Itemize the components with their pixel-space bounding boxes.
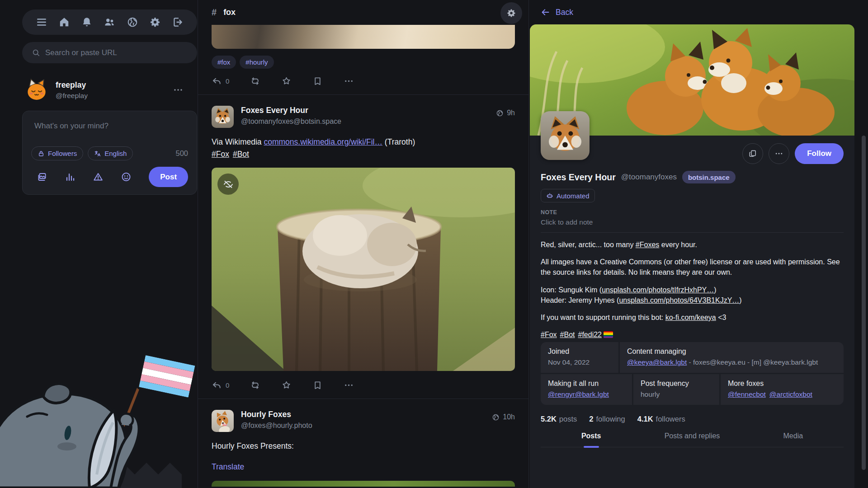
hashtag-link-fox[interactable]: #Fox <box>541 331 557 338</box>
boost-button[interactable] <box>250 76 260 86</box>
icon-credit-link[interactable]: unsplash.com/photos/tIfrzHxhPY… <box>602 286 714 294</box>
avatar[interactable] <box>212 106 234 128</box>
sidebar: Search or paste URL freeplay @freeplay <box>0 0 198 488</box>
star-icon <box>281 380 292 390</box>
note-label: NOTE <box>541 209 844 216</box>
bookmark-button[interactable] <box>312 380 323 390</box>
post-image-partial-bottom[interactable] <box>212 481 515 487</box>
avatar[interactable] <box>24 78 49 102</box>
favourite-button[interactable] <box>281 380 292 390</box>
public-globe-icon <box>492 413 500 421</box>
post-meta: 10h <box>492 413 515 421</box>
automated-badge: Automated <box>541 189 595 202</box>
tab-media[interactable]: Media <box>743 432 844 447</box>
hide-image-button[interactable] <box>217 174 239 195</box>
home-button[interactable] <box>58 16 70 28</box>
post-text: Via Wikimedia <box>212 137 264 146</box>
field-making-it-run: Making it all run @rengyr@bark.lgbt <box>541 374 632 405</box>
profile-more-button[interactable] <box>769 143 789 164</box>
hashtag-link-bot[interactable]: #Bot <box>560 331 575 338</box>
explore-button[interactable] <box>127 16 138 28</box>
image-icon <box>37 171 47 183</box>
post-image-fox-on-stump[interactable] <box>212 168 515 371</box>
visibility-button[interactable]: Followers <box>31 146 83 160</box>
copy-profile-link-button[interactable] <box>742 143 763 164</box>
reply-button[interactable]: 0 <box>212 380 229 390</box>
back-button[interactable]: Back <box>541 8 573 17</box>
bookmark-icon <box>312 76 323 86</box>
post-timestamp[interactable]: 9h <box>507 109 515 117</box>
hashtag-timeline: # fox #fox #hourly 0 <box>198 0 529 488</box>
attach-media-button[interactable] <box>37 171 47 183</box>
content-warning-button[interactable] <box>93 171 104 183</box>
hashtag-link-fox[interactable]: #Fox <box>212 150 229 159</box>
reply-icon <box>212 76 222 86</box>
favourite-button[interactable] <box>281 76 292 86</box>
compose-box[interactable]: What's on your mind? Followers English 5… <box>22 111 197 195</box>
tab-posts[interactable]: Posts <box>541 432 642 447</box>
post-text: (Traroth) <box>382 137 415 146</box>
scrollbar-thumb[interactable] <box>862 136 866 470</box>
post-hourly-foxes[interactable]: Hourly Foxes @foxes@hourly.photo 10h Hou… <box>212 399 515 487</box>
bookmark-button[interactable] <box>312 76 323 86</box>
wikimedia-link[interactable]: commons.wikimedia.org/wiki/Fil… <box>264 137 382 146</box>
post-more-button[interactable] <box>344 380 354 390</box>
settings-button[interactable] <box>149 16 161 28</box>
account-more-button[interactable] <box>173 84 184 95</box>
menu-button[interactable] <box>36 16 47 28</box>
smiley-icon <box>121 171 132 183</box>
post-author[interactable]: Foxes Every Hour <box>241 106 341 115</box>
notifications-button[interactable] <box>81 16 93 28</box>
post-timestamp[interactable]: 10h <box>503 413 515 421</box>
hashtag-link-fedi22[interactable]: #fedi22 <box>578 331 602 338</box>
rengyr-link[interactable]: @rengyr@bark.lgbt <box>548 390 609 398</box>
kofi-link[interactable]: ko-fi.com/keeya <box>665 314 716 321</box>
post-more-button[interactable] <box>344 76 354 86</box>
compose-placeholder: What's on your mind? <box>34 122 185 131</box>
profile-handle[interactable]: @toomanyfoxes <box>621 173 677 182</box>
fennecbot-link[interactable]: @fennecbot <box>728 390 766 398</box>
copy-icon <box>748 149 757 158</box>
language-button[interactable]: English <box>88 146 133 160</box>
tab-posts-and-replies[interactable]: Posts and replies <box>642 432 742 447</box>
header-credit-link[interactable]: unsplash.com/photos/64V3B1KJzY… <box>619 296 739 304</box>
note-placeholder[interactable]: Click to add note <box>541 218 844 226</box>
stat-following[interactable]: 2following <box>589 415 625 423</box>
sign-out-button[interactable] <box>172 16 184 28</box>
people-button[interactable] <box>104 16 115 28</box>
post-image-partial[interactable] <box>212 25 515 49</box>
timeline-settings-button[interactable] <box>500 2 522 24</box>
post-author[interactable]: Hourly Foxes <box>241 410 312 419</box>
hashtag-link-foxes[interactable]: #Foxes <box>636 241 659 249</box>
tag-pill-hourly[interactable]: #hourly <box>240 56 274 69</box>
gear-icon <box>506 8 516 18</box>
post-foxes-every-hour[interactable]: Foxes Every Hour @toomanyfoxes@botsin.sp… <box>212 95 515 399</box>
post-button[interactable]: Post <box>149 167 188 187</box>
fox-photo-avatar-icon <box>212 106 234 128</box>
profile-avatar[interactable] <box>541 111 590 160</box>
robot-icon <box>546 192 553 199</box>
arcticfoxbot-link[interactable]: @arcticfoxbot <box>769 390 812 398</box>
public-globe-icon <box>496 109 504 117</box>
emoji-button[interactable] <box>121 171 132 183</box>
reply-button[interactable]: 0 <box>212 76 229 86</box>
field-content-managing: Content managing @keeya@bark.lgbt - foxe… <box>620 342 844 373</box>
translate-button[interactable]: Translate <box>212 462 244 472</box>
post-author-handle[interactable]: @toomanyfoxes@botsin.space <box>241 117 341 126</box>
bell-icon <box>81 16 93 28</box>
stat-posts[interactable]: 5.2Kposts <box>541 415 577 423</box>
post-author-handle[interactable]: @foxes@hourly.photo <box>241 422 312 430</box>
avatar[interactable] <box>212 410 234 432</box>
profile-note[interactable]: NOTE Click to add note <box>541 209 844 233</box>
tag-pill-fox[interactable]: #fox <box>212 56 236 69</box>
rainbow-flag-emoji <box>604 331 613 338</box>
server-badge[interactable]: botsin.space <box>682 171 736 183</box>
follow-button[interactable]: Follow <box>795 143 844 164</box>
hashtag-link-bot[interactable]: #Bot <box>233 150 249 159</box>
add-poll-button[interactable] <box>65 171 75 183</box>
search-input[interactable]: Search or paste URL <box>22 42 197 63</box>
stat-followers[interactable]: 4.1Kfollowers <box>637 415 685 423</box>
reply-count: 0 <box>226 381 229 389</box>
keeya-link[interactable]: @keeya@bark.lgbt <box>627 358 687 366</box>
boost-button[interactable] <box>250 380 260 390</box>
